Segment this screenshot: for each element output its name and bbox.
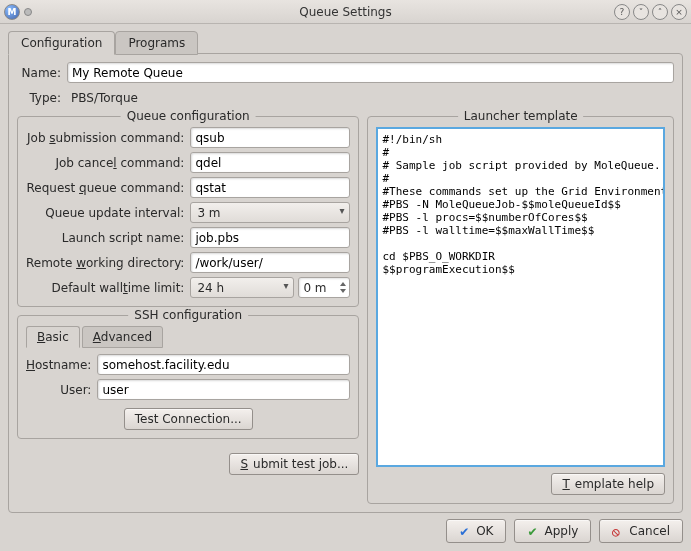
job-submission-label: Job submission command: [26, 131, 184, 145]
launcher-template-group: Launcher template Template help [367, 116, 674, 504]
cancel-icon: ⦸ [612, 525, 624, 537]
walltime-minutes-spin[interactable]: 0 m [298, 277, 350, 298]
update-interval-combo[interactable]: 3 m [190, 202, 350, 223]
cancel-button[interactable]: ⦸ Cancel [599, 519, 683, 543]
user-label: User: [26, 383, 91, 397]
name-input[interactable] [67, 62, 674, 83]
content-area: Configuration Programs Name: Type: PBS/T… [0, 24, 691, 551]
ok-button[interactable]: ✔ OK [446, 519, 506, 543]
titlebar-pin-icon[interactable] [24, 8, 32, 16]
tab-configuration[interactable]: Configuration [8, 31, 115, 55]
help-button[interactable]: ? [614, 4, 630, 20]
minimize-button[interactable]: ˅ [633, 4, 649, 20]
apply-label: Apply [544, 524, 578, 538]
user-input[interactable] [97, 379, 350, 400]
ssh-tab-basic[interactable]: Basic [26, 326, 80, 348]
launcher-template-title: Launcher template [458, 109, 584, 123]
job-cancel-label: Job cancel command: [26, 156, 184, 170]
test-connection-button[interactable]: Test Connection... [124, 408, 253, 430]
queue-configuration-group: Queue configuration Job submission comma… [17, 116, 359, 307]
job-submission-input[interactable] [190, 127, 350, 148]
type-label: Type: [17, 91, 61, 105]
dialog-button-bar: ✔ OK ✔ Apply ⦸ Cancel [8, 513, 683, 543]
remote-dir-label: Remote working directory: [26, 256, 184, 270]
type-value: PBS/Torque [67, 87, 142, 108]
walltime-minutes-value: 0 m [303, 281, 326, 295]
cancel-label: Cancel [629, 524, 670, 538]
queue-configuration-title: Queue configuration [121, 109, 256, 123]
app-icon: M [4, 4, 20, 20]
request-queue-label: Request queue command: [26, 181, 184, 195]
remote-dir-input[interactable] [190, 252, 350, 273]
ssh-configuration-title: SSH configuration [128, 308, 248, 322]
template-help-button[interactable]: Template help [551, 473, 665, 495]
apply-icon: ✔ [527, 525, 539, 537]
window: M Queue Settings ? ˅ ˄ × Configuration P… [0, 0, 691, 551]
walltime-hours-value: 24 h [197, 281, 224, 295]
ok-label: OK [476, 524, 493, 538]
ssh-tab-advanced[interactable]: Advanced [82, 326, 163, 348]
close-button[interactable]: × [671, 4, 687, 20]
tab-programs[interactable]: Programs [115, 31, 198, 55]
launch-script-input[interactable] [190, 227, 350, 248]
tab-panel-configuration: Name: Type: PBS/Torque Queue configurati… [8, 53, 683, 513]
apply-button[interactable]: ✔ Apply [514, 519, 591, 543]
window-title: Queue Settings [0, 5, 691, 19]
update-interval-label: Queue update interval: [26, 206, 184, 220]
main-tabbar: Configuration Programs [8, 30, 683, 54]
ok-icon: ✔ [459, 525, 471, 537]
titlebar: M Queue Settings ? ˅ ˄ × [0, 0, 691, 24]
job-cancel-input[interactable] [190, 152, 350, 173]
hostname-label: Hostname: [26, 358, 91, 372]
hostname-input[interactable] [97, 354, 350, 375]
maximize-button[interactable]: ˄ [652, 4, 668, 20]
submit-test-job-button[interactable]: Submit test job... [229, 453, 359, 475]
name-label: Name: [17, 66, 61, 80]
launcher-template-textarea[interactable] [376, 127, 665, 467]
walltime-hours-combo[interactable]: 24 h [190, 277, 294, 298]
ssh-configuration-group: SSH configuration Basic Advanced Hostnam… [17, 315, 359, 439]
walltime-label: Default walltime limit: [26, 281, 184, 295]
update-interval-value: 3 m [197, 206, 220, 220]
request-queue-input[interactable] [190, 177, 350, 198]
launch-script-label: Launch script name: [26, 231, 184, 245]
